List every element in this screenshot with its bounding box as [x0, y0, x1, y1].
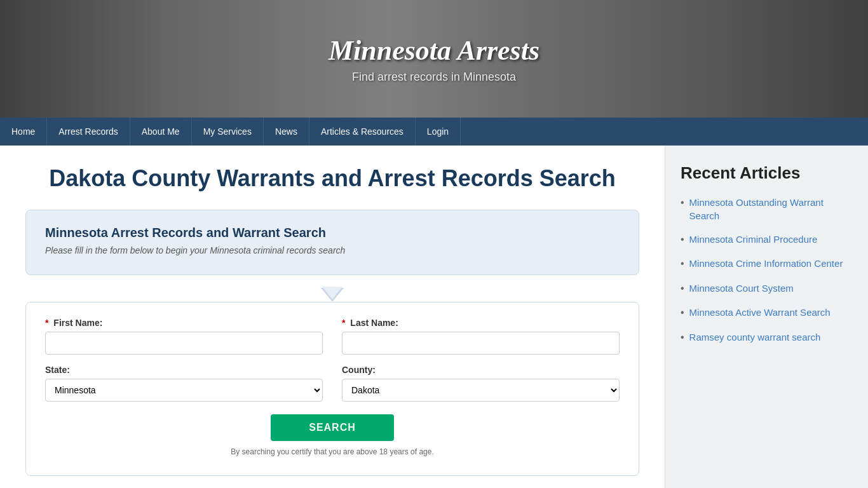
- recent-articles-list: •Minnesota Outstanding Warrant Search•Mi…: [681, 196, 853, 344]
- bullet-icon: •: [681, 281, 684, 295]
- required-star-last: *: [342, 318, 345, 328]
- state-label: State:: [45, 365, 323, 375]
- last-name-input[interactable]: [342, 332, 620, 355]
- sidebar-title: Recent Articles: [681, 163, 853, 183]
- sidebar-article-item: •Minnesota Criminal Procedure: [681, 233, 853, 247]
- article-criminal-procedure[interactable]: Minnesota Criminal Procedure: [689, 233, 818, 246]
- main-navigation: Home Arrest Records About Me My Services…: [0, 118, 868, 146]
- search-form: * First Name: * Last Name: State:: [25, 302, 639, 476]
- nav-arrest-records[interactable]: Arrest Records: [47, 118, 130, 146]
- sidebar-article-item: •Minnesota Outstanding Warrant Search: [681, 196, 853, 222]
- bullet-icon: •: [681, 306, 684, 320]
- name-row: * First Name: * Last Name:: [45, 318, 620, 355]
- first-name-group: * First Name:: [45, 318, 323, 355]
- form-box-subtitle: Please fill in the form below to begin y…: [45, 245, 620, 255]
- article-outstanding-warrant[interactable]: Minnesota Outstanding Warrant Search: [689, 196, 853, 222]
- form-box-arrow: [321, 288, 344, 302]
- search-button[interactable]: SEARCH: [271, 414, 394, 441]
- sidebar-article-item: •Ramsey county warrant search: [681, 330, 853, 344]
- bullet-icon: •: [681, 233, 684, 247]
- form-disclaimer: By searching you certify that you are ab…: [45, 447, 620, 456]
- site-title: Minnesota Arrests: [329, 34, 539, 67]
- location-row: State: Minnesota Wisconsin Iowa North Da…: [45, 365, 620, 402]
- state-group: State: Minnesota Wisconsin Iowa North Da…: [45, 365, 323, 402]
- article-court-system[interactable]: Minnesota Court System: [689, 281, 794, 295]
- form-description-box: Minnesota Arrest Records and Warrant Sea…: [25, 210, 639, 275]
- bullet-icon: •: [681, 196, 684, 210]
- nav-news[interactable]: News: [264, 118, 309, 146]
- county-label: County:: [342, 365, 620, 375]
- sidebar-article-item: •Minnesota Court System: [681, 281, 853, 295]
- sidebar: Recent Articles •Minnesota Outstanding W…: [665, 146, 868, 488]
- nav-about-me[interactable]: About Me: [130, 118, 192, 146]
- nav-login[interactable]: Login: [416, 118, 461, 146]
- sidebar-article-item: •Minnesota Active Warrant Search: [681, 306, 853, 320]
- form-box-title: Minnesota Arrest Records and Warrant Sea…: [45, 226, 620, 240]
- bullet-icon: •: [681, 330, 684, 344]
- article-crime-info-center[interactable]: Minnesota Crime Information Center: [689, 257, 843, 270]
- required-star-first: *: [45, 318, 48, 328]
- article-ramsey-warrant[interactable]: Ramsey county warrant search: [689, 330, 821, 344]
- site-subtitle: Find arrest records in Minnesota: [329, 71, 539, 84]
- page-title: Dakota County Warrants and Arrest Record…: [25, 165, 639, 192]
- content-area: Dakota County Warrants and Arrest Record…: [0, 146, 665, 488]
- nav-home[interactable]: Home: [0, 118, 47, 146]
- sidebar-article-item: •Minnesota Crime Information Center: [681, 257, 853, 271]
- site-header: Minnesota Arrests Find arrest records in…: [0, 0, 868, 118]
- search-btn-row: SEARCH: [45, 414, 620, 441]
- article-active-warrant[interactable]: Minnesota Active Warrant Search: [689, 306, 831, 319]
- county-select[interactable]: Dakota Hennepin Ramsey Anoka Washington: [342, 379, 620, 402]
- header-content: Minnesota Arrests Find arrest records in…: [329, 34, 539, 84]
- nav-my-services[interactable]: My Services: [192, 118, 264, 146]
- last-name-label: * Last Name:: [342, 318, 620, 328]
- first-name-input[interactable]: [45, 332, 323, 355]
- state-select[interactable]: Minnesota Wisconsin Iowa North Dakota So…: [45, 379, 323, 402]
- nav-articles-resources[interactable]: Articles & Resources: [309, 118, 416, 146]
- last-name-group: * Last Name:: [342, 318, 620, 355]
- bullet-icon: •: [681, 257, 684, 271]
- main-layout: Dakota County Warrants and Arrest Record…: [0, 146, 868, 488]
- first-name-label: * First Name:: [45, 318, 323, 328]
- county-group: County: Dakota Hennepin Ramsey Anoka Was…: [342, 365, 620, 402]
